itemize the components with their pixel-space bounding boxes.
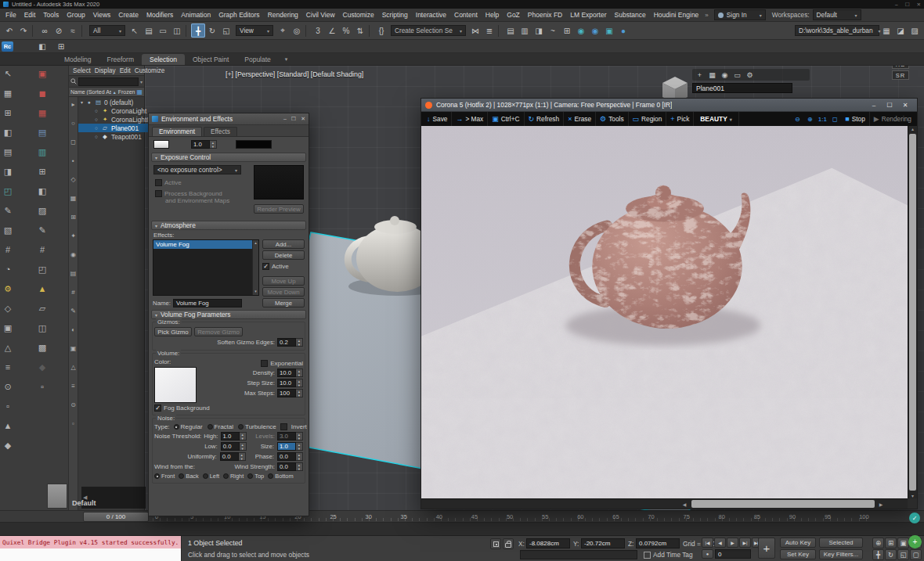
scrollbar-thumb[interactable]	[691, 500, 875, 508]
schematic-view-icon[interactable]: ⊞	[560, 23, 574, 38]
explorer-tool-icon[interactable]: ⊙	[69, 401, 78, 409]
add-keys-button[interactable]: +	[758, 538, 775, 559]
minimize-icon[interactable]: –	[866, 102, 882, 109]
effect-active-checkbox[interactable]	[262, 263, 269, 270]
invert-checkbox[interactable]	[280, 423, 287, 430]
list-scrollbar[interactable]	[252, 240, 258, 295]
select-and-link-icon[interactable]: ∞	[38, 23, 52, 38]
menu-item[interactable]: Civil View	[302, 9, 339, 20]
menu-item[interactable]: Graph Editors	[215, 9, 263, 20]
track-bar[interactable]	[0, 523, 924, 536]
side-tool-icon[interactable]: ▥	[36, 146, 49, 158]
phase-spinner[interactable]: 0.0	[277, 452, 303, 461]
rc-button[interactable]: Rc	[2, 41, 13, 52]
ribbon-collapse-icon[interactable]: ▾	[285, 56, 288, 65]
delete-effect-button[interactable]: Delete	[262, 250, 305, 260]
side-tool-icon[interactable]: #	[36, 243, 49, 256]
reference-coordinate-dropdown[interactable]: View	[236, 25, 273, 36]
zoom-all-icon[interactable]: ⊞	[885, 538, 897, 548]
frozen-column-header[interactable]: Frozen	[118, 89, 135, 95]
menu-item[interactable]: File	[2, 9, 20, 20]
edit-named-selection-sets-icon[interactable]: {}	[374, 23, 388, 38]
explorer-tool-icon[interactable]: ◉	[69, 250, 78, 259]
side-tool-icon[interactable]: ◆	[36, 361, 49, 373]
zoom-in-icon[interactable]: ⊕	[803, 112, 816, 126]
radio-fractal[interactable]: Fractal	[208, 423, 233, 430]
side-tool-icon[interactable]: ▩	[36, 341, 49, 354]
row-plane001[interactable]: ○ ▱ Plane001	[78, 124, 157, 132]
menu-item[interactable]: Interactive	[412, 9, 450, 20]
wrench-icon[interactable]: ⚙	[745, 70, 755, 80]
side-tool-icon[interactable]: ▨	[36, 204, 49, 217]
menu-item[interactable]: Animation	[177, 9, 215, 20]
listener-output[interactable]: Quixel Bridge Plugin v4.15 started succe…	[0, 536, 181, 548]
corona-titlebar[interactable]: Corona 5 (Hotfix 2) | 1028×771px (1:1) |…	[421, 99, 917, 112]
side-tool-icon[interactable]: ▱	[36, 302, 49, 315]
menu-item[interactable]: Substance	[611, 9, 650, 20]
radio-back[interactable]: Back	[179, 473, 198, 480]
side-tool-icon[interactable]: △	[2, 341, 14, 354]
close-icon[interactable]: ✕	[897, 102, 913, 109]
select-and-manipulate-icon[interactable]: ◎	[290, 23, 304, 38]
explorer-tool-icon[interactable]: ▣	[69, 344, 78, 353]
side-tool-icon[interactable]: ◰	[2, 185, 14, 197]
refresh-button[interactable]: ↻Refresh	[525, 112, 565, 126]
z-coordinate-field[interactable]: 0.0792cm	[636, 538, 680, 548]
selection-lock-toggle[interactable]	[503, 538, 514, 549]
explorer-tool-icon[interactable]: ◐	[69, 325, 78, 334]
maximize-icon[interactable]: ☐	[882, 102, 897, 109]
zoom-region-icon[interactable]: ◱	[897, 549, 909, 560]
percent-snap-icon[interactable]: %	[339, 23, 353, 38]
listener-input[interactable]	[0, 548, 181, 561]
copy-button[interactable]: ▣Ctrl+C	[488, 112, 524, 126]
scroll-left-icon[interactable]: ◀	[680, 499, 689, 509]
go-to-start-button[interactable]: |◀	[702, 538, 713, 548]
explorer-tool-icon[interactable]: ✦	[69, 232, 78, 240]
tab-object-paint[interactable]: Object Paint	[185, 54, 236, 65]
fog-color-swatch[interactable]	[154, 367, 197, 403]
menu-item[interactable]: Phoenix FD	[524, 9, 566, 20]
undo-icon[interactable]: ↶	[2, 23, 16, 38]
select-and-move-icon[interactable]: ╋	[191, 23, 205, 38]
tray-icon-green[interactable]: +	[908, 535, 922, 548]
spinner-snap-icon[interactable]: ⇅	[353, 23, 367, 38]
explorer-column-header[interactable]: Name (Sorted Ascending) ▲ Frozen ▦	[69, 88, 144, 97]
tab-populate[interactable]: Populate	[236, 54, 279, 65]
select-by-name-icon[interactable]: ▤	[142, 23, 156, 38]
isolate-selection-toggle[interactable]	[490, 538, 501, 549]
side-tool-icon[interactable]: ◨	[2, 165, 14, 178]
exposure-active-checkbox[interactable]	[155, 179, 162, 186]
corona-vertical-scrollbar[interactable]	[908, 126, 917, 498]
explorer-menu-item[interactable]: Select	[71, 67, 92, 74]
ambient-color-swatch[interactable]	[236, 140, 272, 149]
explorer-tool-icon[interactable]: ▸	[69, 100, 78, 109]
side-tool-icon[interactable]: ▧	[2, 224, 14, 236]
low-spinner[interactable]: 0.0	[221, 442, 247, 451]
maximize-icon[interactable]: ☐	[905, 2, 910, 8]
side-tool-icon[interactable]: ⊙	[2, 380, 14, 393]
play-button[interactable]: ▶	[727, 538, 738, 548]
pick-button[interactable]: +Pick	[666, 112, 694, 126]
set-key-button[interactable]: Set Key	[780, 549, 816, 559]
side-tool-icon[interactable]: ◔	[2, 263, 14, 275]
use-pivot-center-icon[interactable]: ⌖	[276, 23, 290, 38]
explorer-tool-icon[interactable]: ▦	[69, 194, 78, 203]
exposure-control-dropdown[interactable]: <no exposure control>	[153, 165, 241, 174]
auto-key-button[interactable]: Auto Key	[780, 538, 816, 548]
radio-right[interactable]: Right	[223, 473, 244, 480]
uniformity-spinner[interactable]: 0.0	[220, 452, 246, 461]
curve-editor-icon[interactable]: ~	[546, 23, 560, 38]
process-background-checkbox[interactable]	[155, 190, 162, 197]
viewport-label[interactable]: [+] [Perspective] [Standard] [Default Sh…	[226, 70, 363, 78]
asset-library-icon[interactable]: ▦	[879, 23, 893, 38]
plus-icon[interactable]: +	[695, 70, 705, 80]
scrollbar-thumb[interactable]	[909, 134, 916, 491]
side-tool-icon[interactable]: ✎	[36, 224, 49, 236]
rendering-button[interactable]: ▶Rendering	[870, 112, 915, 126]
menu-item[interactable]: Help	[482, 9, 503, 20]
move-down-button[interactable]: Move Down	[262, 287, 305, 297]
menu-item[interactable]: GoZ	[503, 9, 524, 20]
radio-turbulence[interactable]: Turbulence	[238, 423, 276, 430]
effects-list-item[interactable]: Volume Fog	[153, 240, 258, 249]
zoom-actual-icon[interactable]: 1:1	[816, 112, 828, 126]
